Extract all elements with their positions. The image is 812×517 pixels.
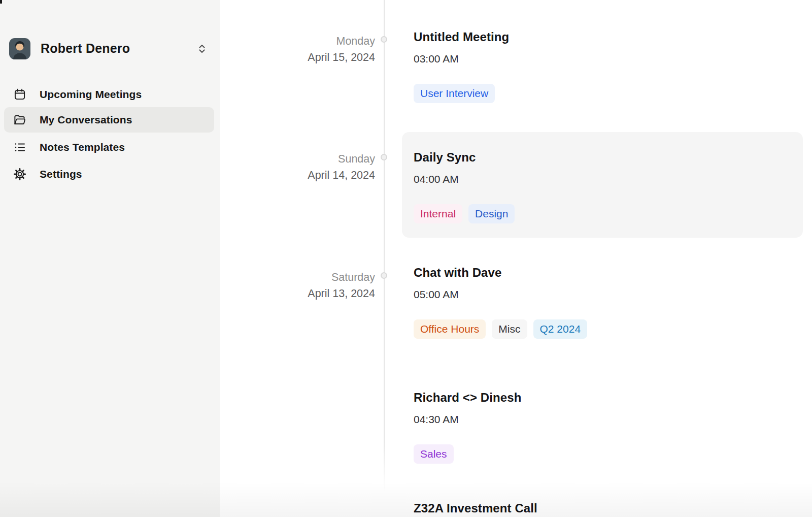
timeline-day-label: Sunday bbox=[223, 151, 375, 167]
sidebar-item-settings[interactable]: Settings bbox=[4, 161, 214, 187]
sidebar-item-my-conversations[interactable]: My Conversations bbox=[4, 107, 214, 133]
meeting-tags: User Interview bbox=[414, 84, 509, 103]
meeting-item[interactable]: Chat with Dave05:00 AMOffice HoursMiscQ2… bbox=[414, 265, 587, 339]
meeting-time: 05:00 AM bbox=[414, 288, 587, 301]
screen-artifact bbox=[0, 0, 2, 4]
timeline-date-group: SundayApril 14, 2024 bbox=[223, 151, 375, 183]
meeting-item[interactable]: Untitled Meeting03:00 AMUser Interview bbox=[414, 29, 509, 103]
timeline-date-label: April 14, 2024 bbox=[223, 167, 375, 183]
user-profile[interactable]: Robert Denero bbox=[0, 38, 220, 59]
list-icon bbox=[13, 141, 26, 154]
tag-user-interview[interactable]: User Interview bbox=[414, 84, 495, 103]
sidebar-item-upcoming-meetings[interactable]: Upcoming Meetings bbox=[4, 82, 214, 107]
meeting-time: 04:30 AM bbox=[414, 413, 521, 426]
gear-icon bbox=[13, 168, 26, 181]
meeting-item[interactable]: Daily Sync04:00 AMInternalDesign bbox=[414, 150, 515, 223]
timeline-date-group: SaturdayApril 13, 2024 bbox=[223, 269, 375, 302]
meeting-title: Untitled Meeting bbox=[414, 29, 509, 44]
meeting-tags: InternalDesign bbox=[414, 204, 515, 223]
meeting-title: Richard <> Dinesh bbox=[414, 390, 521, 405]
tag-design[interactable]: Design bbox=[468, 204, 515, 223]
calendar-icon bbox=[13, 88, 26, 101]
tag-q2-2024[interactable]: Q2 2024 bbox=[533, 319, 588, 339]
meeting-item[interactable]: Z32A Investment Call bbox=[414, 501, 537, 515]
timeline-line bbox=[384, 0, 385, 492]
timeline-date-label: April 13, 2024 bbox=[223, 285, 375, 302]
sidebar-item-label: My Conversations bbox=[40, 114, 132, 126]
timeline-date-label: April 15, 2024 bbox=[223, 49, 375, 66]
sidebar-item-label: Settings bbox=[40, 168, 82, 180]
timeline-dot bbox=[381, 272, 387, 279]
sidebar-item-label: Notes Templates bbox=[40, 141, 125, 153]
timeline-dot bbox=[381, 36, 387, 43]
meeting-title: Daily Sync bbox=[414, 150, 515, 165]
timeline-date-group: MondayApril 15, 2024 bbox=[223, 33, 375, 66]
timeline-day-label: Saturday bbox=[223, 269, 375, 285]
avatar bbox=[9, 38, 30, 59]
timeline-dot bbox=[381, 154, 387, 160]
tag-office-hours[interactable]: Office Hours bbox=[414, 319, 486, 339]
tag-sales[interactable]: Sales bbox=[414, 444, 454, 464]
chevron-updown-icon[interactable] bbox=[196, 43, 208, 55]
meeting-time: 04:00 AM bbox=[414, 173, 515, 186]
tag-internal[interactable]: Internal bbox=[414, 204, 462, 223]
meeting-tags: Office HoursMiscQ2 2024 bbox=[414, 319, 587, 339]
meeting-time: 03:00 AM bbox=[414, 52, 509, 66]
conversations-timeline[interactable]: MondayApril 15, 2024SundayApril 14, 2024… bbox=[221, 0, 812, 517]
app-window: Robert Denero Upcoming MeetingsMy Conver… bbox=[0, 0, 812, 517]
timeline-day-label: Monday bbox=[223, 33, 375, 49]
sidebar-item-notes-templates[interactable]: Notes Templates bbox=[4, 135, 214, 160]
meeting-title: Chat with Dave bbox=[414, 265, 587, 280]
tag-misc[interactable]: Misc bbox=[492, 319, 527, 339]
meeting-tags: Sales bbox=[414, 444, 521, 464]
user-name: Robert Denero bbox=[41, 41, 130, 56]
meeting-item[interactable]: Richard <> Dinesh04:30 AMSales bbox=[414, 390, 521, 464]
sidebar: Robert Denero Upcoming MeetingsMy Conver… bbox=[0, 0, 220, 517]
folder-icon bbox=[13, 113, 26, 126]
meeting-title: Z32A Investment Call bbox=[414, 501, 537, 515]
sidebar-item-label: Upcoming Meetings bbox=[40, 88, 142, 101]
